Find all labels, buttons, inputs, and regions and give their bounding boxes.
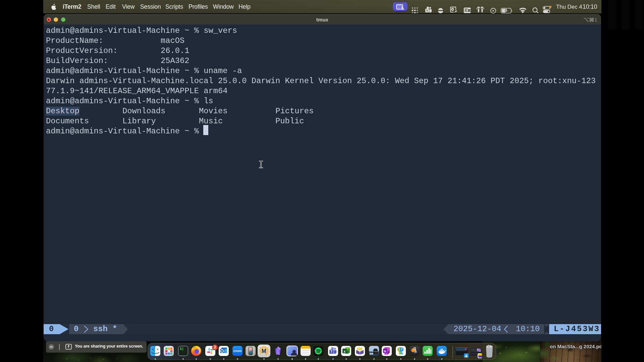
- svg-text:N: N: [384, 349, 386, 353]
- svg-text:⌘: ⌘: [467, 8, 471, 12]
- svg-text:M: M: [262, 348, 266, 354]
- svg-text:T: T: [426, 9, 428, 12]
- svg-text:T: T: [330, 350, 332, 354]
- svg-text:x: x: [344, 349, 346, 353]
- svg-text:1: 1: [595, 17, 597, 22]
